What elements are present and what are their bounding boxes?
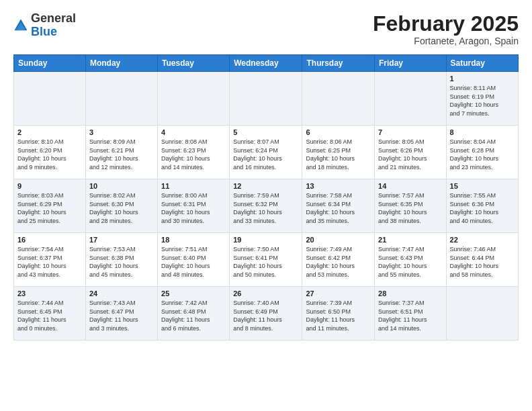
day-number: 23 bbox=[17, 289, 82, 298]
day-number: 4 bbox=[161, 128, 226, 136]
day-info: Sunrise: 7:50 AM Sunset: 6:41 PM Dayligh… bbox=[233, 245, 298, 279]
table-row: 17Sunrise: 7:53 AM Sunset: 6:38 PM Dayli… bbox=[85, 233, 157, 287]
table-row: 26Sunrise: 7:40 AM Sunset: 6:49 PM Dayli… bbox=[230, 287, 302, 340]
table-row: 3Sunrise: 8:09 AM Sunset: 6:21 PM Daylig… bbox=[85, 126, 157, 179]
table-row: 14Sunrise: 7:57 AM Sunset: 6:35 PM Dayli… bbox=[375, 179, 447, 233]
table-row bbox=[302, 72, 375, 126]
table-row: 12Sunrise: 7:59 AM Sunset: 6:32 PM Dayli… bbox=[230, 179, 302, 233]
col-sunday: Sunday bbox=[14, 55, 86, 72]
day-number: 9 bbox=[17, 182, 82, 190]
day-info: Sunrise: 8:02 AM Sunset: 6:30 PM Dayligh… bbox=[89, 191, 154, 225]
day-number: 25 bbox=[161, 289, 226, 298]
day-number: 3 bbox=[89, 128, 154, 136]
logo-text: General Blue bbox=[31, 12, 76, 39]
day-info: Sunrise: 8:08 AM Sunset: 6:23 PM Dayligh… bbox=[161, 138, 226, 171]
table-row: 18Sunrise: 7:51 AM Sunset: 6:40 PM Dayli… bbox=[158, 233, 230, 287]
table-row: 23Sunrise: 7:44 AM Sunset: 6:45 PM Dayli… bbox=[14, 287, 86, 340]
calendar-subtitle: Fortanete, Aragon, Spain bbox=[373, 36, 519, 46]
day-info: Sunrise: 8:07 AM Sunset: 6:24 PM Dayligh… bbox=[233, 138, 298, 171]
day-info: Sunrise: 7:49 AM Sunset: 6:42 PM Dayligh… bbox=[306, 245, 371, 279]
day-info: Sunrise: 7:47 AM Sunset: 6:43 PM Dayligh… bbox=[378, 245, 443, 279]
table-row: 5Sunrise: 8:07 AM Sunset: 6:24 PM Daylig… bbox=[230, 126, 302, 179]
logo-blue: Blue bbox=[31, 25, 57, 38]
table-row: 22Sunrise: 7:46 AM Sunset: 6:44 PM Dayli… bbox=[446, 233, 518, 287]
day-number: 24 bbox=[89, 289, 154, 298]
table-row: 19Sunrise: 7:50 AM Sunset: 6:41 PM Dayli… bbox=[230, 233, 302, 287]
table-row bbox=[158, 72, 230, 126]
table-row: 13Sunrise: 7:58 AM Sunset: 6:34 PM Dayli… bbox=[302, 179, 375, 233]
header: General Blue February 2025 Fortanete, Ar… bbox=[13, 12, 519, 46]
table-row: 6Sunrise: 8:06 AM Sunset: 6:25 PM Daylig… bbox=[302, 126, 375, 179]
calendar-header-row: Sunday Monday Tuesday Wednesday Thursday… bbox=[14, 55, 519, 72]
day-info: Sunrise: 7:57 AM Sunset: 6:35 PM Dayligh… bbox=[378, 191, 443, 225]
day-number: 10 bbox=[89, 182, 154, 190]
calendar-title: February 2025 bbox=[373, 12, 519, 36]
table-row bbox=[446, 287, 518, 340]
day-number: 16 bbox=[17, 236, 82, 244]
table-row: 25Sunrise: 7:42 AM Sunset: 6:48 PM Dayli… bbox=[158, 287, 230, 340]
day-number: 19 bbox=[233, 236, 298, 244]
day-info: Sunrise: 8:05 AM Sunset: 6:26 PM Dayligh… bbox=[378, 138, 443, 171]
day-info: Sunrise: 7:55 AM Sunset: 6:36 PM Dayligh… bbox=[450, 191, 515, 225]
day-info: Sunrise: 8:03 AM Sunset: 6:29 PM Dayligh… bbox=[17, 191, 82, 225]
day-number: 15 bbox=[450, 182, 515, 190]
col-wednesday: Wednesday bbox=[230, 55, 302, 72]
table-row: 8Sunrise: 8:04 AM Sunset: 6:28 PM Daylig… bbox=[446, 126, 518, 179]
table-row: 20Sunrise: 7:49 AM Sunset: 6:42 PM Dayli… bbox=[302, 233, 375, 287]
table-row: 9Sunrise: 8:03 AM Sunset: 6:29 PM Daylig… bbox=[14, 179, 86, 233]
table-row: 16Sunrise: 7:54 AM Sunset: 6:37 PM Dayli… bbox=[14, 233, 86, 287]
col-tuesday: Tuesday bbox=[158, 55, 230, 72]
logo-icon bbox=[13, 18, 28, 33]
table-row bbox=[375, 72, 447, 126]
day-number: 12 bbox=[233, 182, 298, 190]
table-row: 10Sunrise: 8:02 AM Sunset: 6:30 PM Dayli… bbox=[85, 179, 157, 233]
table-row bbox=[230, 72, 302, 126]
day-number: 6 bbox=[306, 128, 371, 136]
table-row: 2Sunrise: 8:10 AM Sunset: 6:20 PM Daylig… bbox=[14, 126, 86, 179]
calendar-table: Sunday Monday Tuesday Wednesday Thursday… bbox=[13, 54, 519, 340]
day-number: 20 bbox=[306, 236, 371, 244]
day-info: Sunrise: 8:10 AM Sunset: 6:20 PM Dayligh… bbox=[17, 138, 82, 171]
day-info: Sunrise: 7:53 AM Sunset: 6:38 PM Dayligh… bbox=[89, 245, 154, 279]
day-number: 26 bbox=[233, 289, 298, 298]
calendar-week-3: 9Sunrise: 8:03 AM Sunset: 6:29 PM Daylig… bbox=[14, 179, 519, 233]
day-number: 22 bbox=[450, 236, 515, 244]
calendar-week-5: 23Sunrise: 7:44 AM Sunset: 6:45 PM Dayli… bbox=[14, 287, 519, 340]
day-info: Sunrise: 8:04 AM Sunset: 6:28 PM Dayligh… bbox=[450, 138, 515, 171]
day-number: 2 bbox=[17, 128, 82, 136]
day-info: Sunrise: 7:43 AM Sunset: 6:47 PM Dayligh… bbox=[89, 299, 154, 332]
title-block: February 2025 Fortanete, Aragon, Spain bbox=[373, 12, 519, 46]
calendar-week-2: 2Sunrise: 8:10 AM Sunset: 6:20 PM Daylig… bbox=[14, 126, 519, 179]
table-row: 11Sunrise: 8:00 AM Sunset: 6:31 PM Dayli… bbox=[158, 179, 230, 233]
table-row: 7Sunrise: 8:05 AM Sunset: 6:26 PM Daylig… bbox=[375, 126, 447, 179]
day-number: 21 bbox=[378, 236, 443, 244]
day-info: Sunrise: 7:51 AM Sunset: 6:40 PM Dayligh… bbox=[161, 245, 226, 279]
table-row bbox=[85, 72, 157, 126]
day-info: Sunrise: 8:06 AM Sunset: 6:25 PM Dayligh… bbox=[306, 138, 371, 171]
page: General Blue February 2025 Fortanete, Ar… bbox=[0, 0, 532, 347]
logo-general: General bbox=[31, 11, 76, 25]
day-number: 27 bbox=[306, 289, 371, 298]
day-number: 28 bbox=[378, 289, 443, 298]
table-row: 4Sunrise: 8:08 AM Sunset: 6:23 PM Daylig… bbox=[158, 126, 230, 179]
table-row: 24Sunrise: 7:43 AM Sunset: 6:47 PM Dayli… bbox=[85, 287, 157, 340]
day-info: Sunrise: 7:42 AM Sunset: 6:48 PM Dayligh… bbox=[161, 299, 226, 332]
day-number: 14 bbox=[378, 182, 443, 190]
day-number: 8 bbox=[450, 128, 515, 136]
day-number: 5 bbox=[233, 128, 298, 136]
day-info: Sunrise: 7:58 AM Sunset: 6:34 PM Dayligh… bbox=[306, 191, 371, 225]
table-row bbox=[14, 72, 86, 126]
table-row: 1Sunrise: 8:11 AM Sunset: 6:19 PM Daylig… bbox=[446, 72, 518, 126]
day-number: 1 bbox=[450, 75, 515, 83]
table-row: 27Sunrise: 7:39 AM Sunset: 6:50 PM Dayli… bbox=[302, 287, 375, 340]
day-info: Sunrise: 8:11 AM Sunset: 6:19 PM Dayligh… bbox=[450, 84, 515, 118]
day-info: Sunrise: 7:39 AM Sunset: 6:50 PM Dayligh… bbox=[306, 299, 371, 332]
day-info: Sunrise: 7:54 AM Sunset: 6:37 PM Dayligh… bbox=[17, 245, 82, 279]
day-number: 13 bbox=[306, 182, 371, 190]
table-row: 28Sunrise: 7:37 AM Sunset: 6:51 PM Dayli… bbox=[375, 287, 447, 340]
table-row: 15Sunrise: 7:55 AM Sunset: 6:36 PM Dayli… bbox=[446, 179, 518, 233]
day-number: 11 bbox=[161, 182, 226, 190]
day-info: Sunrise: 7:40 AM Sunset: 6:49 PM Dayligh… bbox=[233, 299, 298, 332]
col-monday: Monday bbox=[85, 55, 157, 72]
calendar-week-1: 1Sunrise: 8:11 AM Sunset: 6:19 PM Daylig… bbox=[14, 72, 519, 126]
